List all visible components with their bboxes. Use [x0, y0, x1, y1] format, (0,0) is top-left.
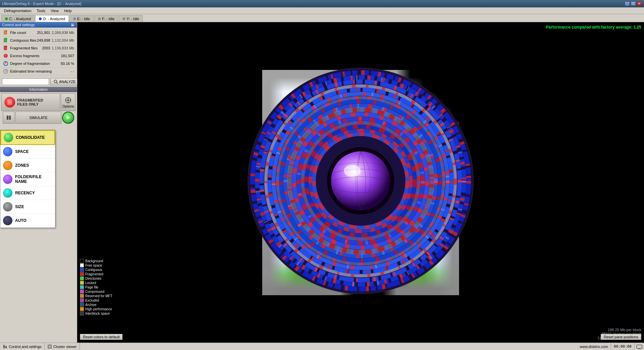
legend-contiguous-label: Contiguous — [85, 268, 102, 272]
reset-pane-button[interactable]: Reset pane positions — [601, 334, 641, 340]
legend-excluded-color — [80, 298, 84, 302]
stat-time-value: - - — [71, 69, 74, 73]
stat-file-count-label: File count — [10, 31, 37, 35]
menu-view[interactable]: View — [48, 8, 61, 13]
legend-archive-label: Archive — [85, 303, 96, 307]
legend-directories: Directories — [80, 276, 112, 280]
tab-y-drive[interactable]: Y: - Idle — [119, 15, 143, 22]
svg-text:!: ! — [5, 54, 6, 58]
excess-icon: ! — [3, 53, 9, 59]
svg-rect-75 — [49, 347, 49, 348]
dropdown-auto[interactable]: AUTO — [0, 214, 55, 228]
options-label: Options — [62, 105, 74, 108]
tab-c-drive[interactable]: C: - Analyzed — [1, 15, 35, 22]
fragmented-files-button[interactable]: FRAGMENTED FILES ONLY — [1, 93, 60, 111]
degree-icon — [3, 61, 9, 67]
legend-high-performance-label: High performance — [85, 307, 112, 311]
legend-directories-label: Directories — [85, 277, 101, 280]
panel-header: Control and settings ▲ — [0, 22, 77, 28]
recency-label: RECENCY — [15, 191, 35, 195]
minimize-button[interactable]: _ — [625, 1, 630, 6]
cluster-viewer-icon — [47, 344, 52, 349]
legend-locked-label: Locked — [85, 281, 96, 285]
legend-fragmented: Fragmented — [80, 272, 112, 276]
tab-d-icon — [39, 17, 42, 20]
svg-rect-70 — [3, 345, 5, 348]
tab-d-drive[interactable]: D: - Analyzed — [35, 15, 68, 22]
stat-excess-label: Excess fragments — [10, 54, 61, 58]
space-icon — [3, 147, 12, 156]
menu-tools[interactable]: Tools — [34, 8, 48, 13]
dropdown-recency[interactable]: RECENCY — [0, 186, 55, 200]
menu-bar: Defragmentation Tools View Help — [0, 7, 644, 14]
status-end-icons — [635, 344, 644, 350]
tab-f-drive[interactable]: F: - Idle — [94, 15, 118, 22]
legend-reserved-mft-color — [80, 294, 84, 298]
analyze-area: ANALYZE — [0, 77, 77, 87]
legend-archive: Archive — [80, 303, 112, 307]
menu-help[interactable]: Help — [61, 8, 75, 13]
info-label: Information — [29, 87, 48, 91]
simulate-button[interactable]: SIMULATE — [15, 112, 61, 124]
tab-e-label: E: - Idle — [77, 17, 90, 21]
status-bar: Control and settings Cluster viewer www.… — [0, 343, 644, 350]
svg-rect-3 — [6, 38, 7, 39]
analyze-input[interactable] — [2, 78, 49, 85]
stat-degree-value: 50.16 % — [61, 62, 74, 66]
close-button[interactable]: ✕ — [637, 1, 642, 6]
legend-free-space-label: Free space — [85, 264, 102, 267]
legend-background-color — [80, 259, 84, 263]
svg-rect-77 — [637, 345, 642, 348]
legend-interblock-space-color — [80, 311, 84, 315]
start-button[interactable] — [62, 112, 74, 124]
stat-fragmented: Fragmented files 2003 1,136,833 Mb — [1, 44, 76, 52]
stat-fragmented-label: Fragmented files — [10, 46, 42, 50]
size-label: SIZE — [15, 204, 24, 209]
menu-defragmentation[interactable]: Defragmentation — [1, 8, 34, 13]
info-header: Information — [0, 87, 77, 92]
legend-background-label: Background — [85, 259, 103, 263]
legend-compressed-color — [80, 289, 84, 294]
consolidate-icon — [4, 133, 13, 142]
simulate-row: SIMULATE — [1, 112, 76, 124]
tab-e-drive[interactable]: E: - Idle — [70, 15, 94, 22]
dropdown-size[interactable]: SIZE — [0, 200, 55, 214]
consolidate-label: CONSOLIDATE — [16, 135, 45, 140]
status-cluster-viewer[interactable]: Cluster viewer — [45, 343, 80, 350]
legend-directories-color — [80, 276, 84, 280]
legend-free-space-color — [80, 263, 84, 267]
legend-page-file-label: Page file — [85, 285, 98, 289]
reset-colors-button[interactable]: Reset colors to default — [80, 334, 123, 340]
left-panel: Control and settings ▲ File count 251,90… — [0, 22, 77, 343]
svg-line-11 — [56, 82, 58, 84]
legend-archive-color — [80, 303, 84, 307]
legend-reserved-mft: Reserved for MFT — [80, 294, 112, 298]
status-control-settings[interactable]: Control and settings — [0, 343, 45, 350]
tab-y-icon — [123, 17, 125, 20]
pause-button[interactable] — [3, 112, 15, 124]
dropdown-zones[interactable]: ZONES — [0, 159, 55, 172]
options-button[interactable]: Options — [61, 93, 76, 111]
stat-time-label: Estimated time remaining — [10, 69, 71, 73]
svg-point-14 — [67, 99, 69, 101]
app-title: UltimateDefrag 6 - Expert Mode - [D: - A… — [2, 2, 81, 6]
stat-fragmented-value: 2003 — [42, 46, 50, 50]
svg-rect-73 — [49, 346, 49, 346]
stat-file-count: File count 251,901 2,268,838 Mb — [1, 29, 76, 37]
network-icon — [636, 344, 643, 349]
legend-page-file: Page file — [80, 285, 112, 289]
legend-fragmented-color — [80, 272, 84, 276]
maximize-button[interactable]: □ — [631, 1, 636, 6]
stat-file-count-value2: 2,268,838 Mb — [52, 31, 74, 35]
tab-d-label: D: - Analyzed — [43, 17, 65, 21]
dropdown-space[interactable]: SPACE — [0, 145, 55, 159]
stat-time: Estimated time remaining - - — [1, 68, 76, 75]
panel-collapse-button[interactable]: ▲ — [70, 23, 75, 27]
dropdown-folder-name[interactable]: FOLDER/FILE NAME — [0, 172, 55, 186]
tab-f-label: F: - Idle — [102, 17, 114, 21]
stat-degree: Degree of fragmentation 50.16 % — [1, 60, 76, 68]
svg-rect-5 — [6, 46, 7, 47]
dropdown-consolidate[interactable]: CONSOLIDATE — [0, 130, 55, 145]
performance-text: Performance compared with factory averag… — [546, 25, 641, 30]
analyze-button[interactable]: ANALYZE — [50, 78, 79, 85]
